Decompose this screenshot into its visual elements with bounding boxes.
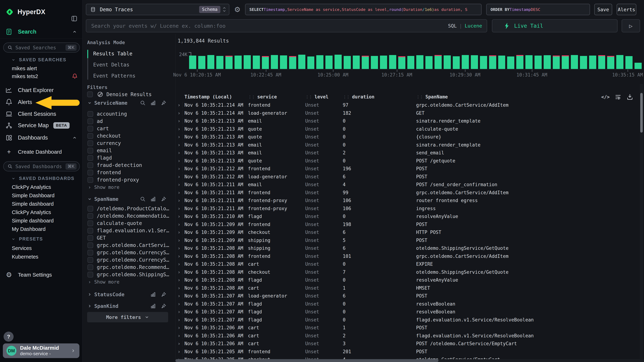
drag-handle-icon[interactable]: ⋮⋮ <box>343 95 350 99</box>
table-row[interactable]: ›Nov 6 10:35:21.207 AMflagdUnset0flagd.e… <box>176 316 640 324</box>
sidebar-item-dashboards[interactable]: Dashboards <box>0 132 82 144</box>
row-expand-icon[interactable]: › <box>176 174 183 180</box>
histogram-bar[interactable] <box>253 56 260 69</box>
sidebar-item-team-settings[interactable]: ⚙ Team Settings <box>0 269 82 281</box>
histogram-bar[interactable] <box>616 55 624 69</box>
mode-lucene[interactable]: Lucene <box>464 23 482 29</box>
filter-option[interactable]: email <box>88 147 112 154</box>
schema-button[interactable]: Schema <box>199 6 220 13</box>
histogram-bar[interactable] <box>607 56 614 69</box>
table-row[interactable]: ›Nov 6 10:35:21.209 AMfrontendUnset198PO… <box>176 220 640 228</box>
table-row[interactable]: ›Nov 6 10:35:21.213 AMemailUnset2send_em… <box>176 149 640 157</box>
drag-handle-icon[interactable]: ⋮⋮ <box>416 95 423 99</box>
row-expand-icon[interactable]: › <box>176 205 183 212</box>
create-dashboard-button[interactable]: + Create Dashboard <box>0 147 82 157</box>
table-row[interactable]: ›Nov 6 10:35:21.212 AMload-generatorUnse… <box>176 173 640 181</box>
filter-option[interactable]: cart <box>88 125 109 132</box>
row-expand-icon[interactable]: › <box>176 309 183 315</box>
checkbox[interactable] <box>88 177 93 183</box>
checkbox[interactable] <box>88 148 93 154</box>
histogram-bar[interactable] <box>298 55 305 69</box>
histogram-bar[interactable] <box>353 56 360 69</box>
checkbox[interactable] <box>88 228 93 233</box>
row-expand-icon[interactable]: › <box>176 150 183 156</box>
histogram-bar[interactable] <box>244 55 251 69</box>
table-row[interactable]: ›Nov 6 10:35:21.207 AMflagdUnset0resolve… <box>176 300 640 308</box>
bar-chart-icon[interactable] <box>150 196 156 202</box>
table-row[interactable]: ›Nov 6 10:35:21.211 AMfrontend-proxyUnse… <box>176 196 640 204</box>
checkbox[interactable] <box>88 220 93 226</box>
histogram-bar[interactable] <box>380 56 387 69</box>
sql-select-input[interactable]: SELECT Timestamp, ServiceName as service… <box>245 4 482 15</box>
table-row[interactable]: ›Nov 6 10:35:21.207 AMflagdUnset0resolve… <box>176 308 640 316</box>
row-expand-icon[interactable]: › <box>176 166 183 172</box>
table-row[interactable]: ›Nov 6 10:35:21.211 AMemailUnset4POST /s… <box>176 181 640 189</box>
pin-icon[interactable] <box>161 303 166 309</box>
collapse-sidebar-icon[interactable] <box>70 15 78 22</box>
histogram-bar[interactable] <box>226 56 232 69</box>
row-expand-icon[interactable]: › <box>176 110 183 116</box>
filter-option[interactable]: ad <box>88 118 103 125</box>
histogram-bar[interactable] <box>571 55 578 69</box>
pin-icon[interactable] <box>161 100 166 106</box>
histogram-bar[interactable] <box>516 55 524 69</box>
row-expand-icon[interactable]: › <box>176 253 183 259</box>
checkbox[interactable] <box>88 111 93 117</box>
pin-icon[interactable] <box>161 196 166 202</box>
checkbox[interactable] <box>88 272 93 277</box>
histogram-bar[interactable] <box>507 56 514 69</box>
histogram-bar[interactable] <box>580 56 587 69</box>
checkbox[interactable] <box>87 91 93 97</box>
row-expand-icon[interactable]: › <box>176 221 183 228</box>
row-expand-icon[interactable]: › <box>176 301 183 307</box>
filter-option[interactable]: frontend-proxy <box>88 176 139 183</box>
filter-option[interactable]: currency <box>88 140 121 147</box>
histogram-bar[interactable] <box>344 56 351 69</box>
histogram-bar[interactable] <box>216 56 224 69</box>
histogram-bar[interactable] <box>280 55 287 69</box>
live-tail-button[interactable]: Live Tail <box>492 19 618 32</box>
filter-group-spanname[interactable]: SpanName <box>82 195 175 203</box>
drag-handle-icon[interactable]: ⋮⋮ <box>305 95 312 99</box>
table-row[interactable]: ›Nov 6 10:35:21.209 AMshippingUnset5POST <box>176 236 640 244</box>
checkbox[interactable] <box>88 141 93 146</box>
col-level-header[interactable]: ⋮⋮level <box>305 94 343 100</box>
filter-option[interactable]: checkout <box>88 132 121 140</box>
filter-option[interactable]: accounting <box>88 110 127 118</box>
histogram-bar[interactable] <box>307 56 314 69</box>
filter-option[interactable]: flagd <box>88 154 112 162</box>
row-expand-icon[interactable]: › <box>176 126 183 132</box>
event-search-bar[interactable]: SQL|Lucene <box>86 19 487 32</box>
table-row[interactable]: ›Nov 6 10:35:21.206 AMcartUnset2flagd.ev… <box>176 332 640 340</box>
row-expand-icon[interactable]: › <box>176 340 183 347</box>
checkbox[interactable] <box>88 264 93 270</box>
row-expand-icon[interactable]: › <box>176 333 183 339</box>
filter-option[interactable]: grpc.oteldemo.CartServi… <box>88 242 169 249</box>
row-expand-icon[interactable]: › <box>176 229 183 235</box>
histogram-bar[interactable] <box>453 56 460 69</box>
table-row[interactable]: ›Nov 6 10:35:21.208 AMflagdUnset0resolve… <box>176 276 640 284</box>
show-more-button[interactable]: ›Show more <box>88 184 120 191</box>
histogram-bar[interactable] <box>316 55 324 69</box>
vertical-scrollbar-thumb[interactable] <box>640 93 643 133</box>
row-expand-icon[interactable]: › <box>176 142 183 148</box>
saved-dashboards-section[interactable]: SAVED DASHBOARDS <box>0 176 82 181</box>
search-icon[interactable] <box>140 196 146 202</box>
histogram-bar[interactable] <box>407 56 414 69</box>
saved-dashboard-item[interactable]: Simple dashboard <box>0 200 82 208</box>
checkbox[interactable] <box>88 250 93 255</box>
row-expand-icon[interactable]: › <box>176 118 183 124</box>
checkbox[interactable] <box>88 126 93 132</box>
checkbox[interactable] <box>88 163 93 168</box>
saved-search-item[interactable]: mikes tets2 <box>0 72 82 80</box>
histogram-bar[interactable] <box>434 55 442 69</box>
horizontal-scrollbar-thumb[interactable] <box>176 359 438 362</box>
histogram-bar[interactable] <box>489 55 496 69</box>
pin-icon[interactable] <box>161 292 166 297</box>
filter-option[interactable]: grpc.oteldemo.ShippingS… <box>88 271 169 278</box>
table-row[interactable]: ›Nov 6 10:35:21.209 AMcheckoutUnset6HTTP… <box>176 228 640 236</box>
histogram-bar[interactable] <box>389 55 396 69</box>
row-expand-icon[interactable]: › <box>176 237 183 243</box>
histogram-bar[interactable] <box>189 56 196 69</box>
analysis-mode-item[interactable]: Event Patterns <box>93 72 136 79</box>
